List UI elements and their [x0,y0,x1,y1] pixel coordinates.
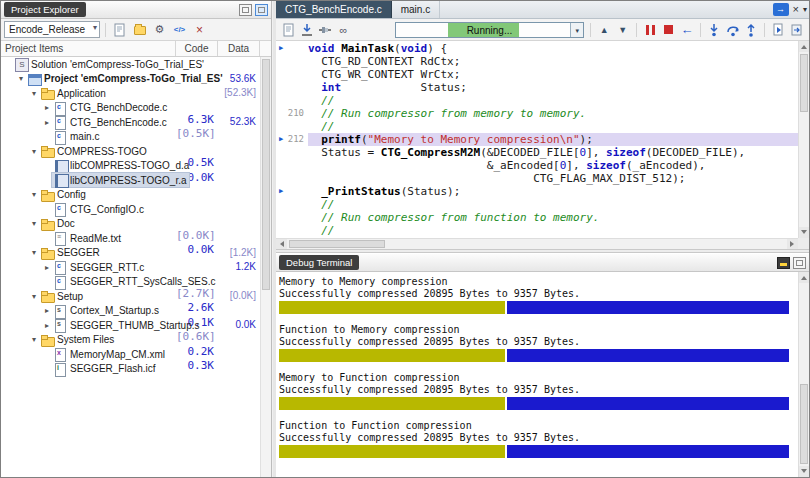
code-line[interactable]: // [276,224,798,237]
code-line[interactable]: // Run compressor from function to memor… [276,211,798,224]
download-to-target-icon[interactable] [299,22,313,38]
code-line[interactable]: CTG_FLAG_MAX_DIST_512); [276,172,798,185]
build-config-select[interactable]: Encode_Release ▾ [4,21,100,38]
scrollbar-thumb[interactable] [289,240,385,248]
tree-row[interactable]: libCOMPRESS-TOGO_r.a [1,173,271,188]
expand-arrow-icon[interactable]: ▸ [42,306,52,315]
editor-horizontal-scrollbar[interactable] [276,238,798,249]
float-panel-icon[interactable] [239,4,252,16]
tree-row[interactable]: libCOMPRESS-TOGO_d.a [1,159,271,174]
project-tree-scrollbar[interactable] [260,57,271,477]
code-line[interactable]: // [276,94,798,107]
tree-row[interactable]: SEGGER_RTT_SysCalls_SES.c0.1K [1,275,271,290]
collapse-arrow-icon[interactable]: ▾ [29,248,39,257]
tab-list-chevron-icon[interactable]: ▾ [803,5,807,14]
tree-row[interactable]: ▾SEGGER[2.7K][1.2K] [1,246,271,261]
collapse-arrow-icon[interactable]: ▾ [29,335,39,344]
gear-icon[interactable]: ⚙ [151,21,168,38]
tree-row[interactable]: ▾Config[0.0K] [1,188,271,203]
tree-row[interactable]: ▾Doc [1,217,271,232]
debug-status-combo[interactable]: Running... ▾ [395,22,584,38]
tree-row[interactable]: MemoryMap_CM.xml [1,347,271,362]
chevron-down-icon[interactable]: ▾ [570,23,583,37]
tree-row[interactable]: ▸CTG_BenchDecode.c [1,101,271,116]
expand-arrow-icon[interactable]: ▸ [42,321,52,330]
code-line[interactable]: &_aEncoded[0], sizeof(_aEncoded), [276,159,798,172]
tree-row[interactable]: ▸SEGGER_THUMB_Startup.s0.3K0.0K [1,318,271,333]
show-next-statement-button[interactable] [790,22,804,38]
connect-target-icon[interactable] [318,22,332,38]
collapse-arrow-icon[interactable]: ▾ [29,89,39,98]
rtt-viewer-icon[interactable]: ∞ [336,22,350,38]
file-icon[interactable] [281,22,295,38]
code-line[interactable]: 210 // Run compressor from memory to mem… [276,107,798,120]
tree-row[interactable]: SEGGER_Flash.icf [1,362,271,377]
tree-row[interactable]: ReadMe.txt [1,231,271,246]
open-folder-icon[interactable] [131,21,148,38]
tree-row[interactable]: CTG_ConfigIO.c0.0K [1,202,271,217]
expand-arrow-icon[interactable]: ▸ [42,263,52,272]
code-line[interactable]: int Status; [276,81,798,94]
tree-row[interactable]: ▸CTG_BenchEncode.c0.5K52.3K [1,115,271,130]
terminal-scrollbar[interactable] [798,272,809,477]
column-data[interactable]: Data [217,41,259,56]
go-down-icon[interactable]: ▼ [616,22,630,38]
tree-row[interactable]: Solution 'emCompress-ToGo_Trial_ES' [1,57,271,72]
step-into-button[interactable] [707,22,721,38]
collapse-arrow-icon[interactable]: ▾ [29,190,39,199]
clear-terminal-icon[interactable] [793,257,806,269]
code-line[interactable]: CTG_WR_CONTEXT WrCtx; [276,68,798,81]
scroll-down-icon[interactable] [799,466,809,477]
reset-button[interactable]: ← [680,22,694,38]
run-to-cursor-button[interactable] [771,22,785,38]
step-over-button[interactable] [725,22,739,38]
close-icon[interactable]: × [191,21,208,38]
code-icon[interactable]: </> [171,21,188,38]
scroll-up-icon[interactable] [799,272,809,283]
tree-row[interactable]: ▾COMPRESS-TOGO [1,144,271,159]
code-line[interactable]: ▶ _PrintStatus(Status); [276,185,798,198]
scroll-down-icon[interactable] [799,227,809,238]
go-up-icon[interactable]: ▲ [597,22,611,38]
terminal-settings-icon[interactable] [777,257,790,269]
stop-button[interactable] [661,22,675,38]
scrollbar-thumb[interactable] [262,59,270,290]
expand-arrow-icon[interactable]: ▸ [42,118,52,127]
pause-button[interactable] [643,22,657,38]
code-line[interactable]: Status = CTG_CompressM2M(&DECODED_FILE[0… [276,146,798,159]
new-file-icon[interactable] [111,21,128,38]
step-out-button[interactable] [744,22,758,38]
code-line[interactable]: // [276,120,798,133]
collapse-arrow-icon[interactable]: ▾ [29,292,39,301]
collapse-arrow-icon[interactable]: ▾ [29,219,39,228]
editor-vertical-scrollbar[interactable] [798,41,809,238]
close-tab-icon[interactable]: × [793,3,799,16]
dock-panel-icon[interactable] [255,4,268,16]
editor-tab[interactable]: CTG_BenchEncode.c [276,1,392,18]
scroll-up-icon[interactable] [799,41,809,52]
tree-row[interactable]: main.c0.0K [1,130,271,145]
tree-row[interactable]: ▾Application[0.5K][52.3K] [1,86,271,101]
scrollbar-thumb[interactable] [800,384,808,464]
scroll-left-icon[interactable] [276,239,287,249]
scroll-right-icon[interactable] [787,239,798,249]
editor-terminal-splitter[interactable] [276,249,809,253]
column-project-items[interactable]: Project Items [1,43,175,54]
expand-arrow-icon[interactable]: ▸ [42,103,52,112]
tree-row[interactable]: ▸SEGGER_RTT.c2.6K1.2K [1,260,271,275]
tree-row[interactable]: ▸Cortex_M_Startup.s0.2K [1,304,271,319]
goto-location-button[interactable]: → [773,3,789,16]
collapse-arrow-icon[interactable]: ▾ [29,147,39,156]
tree-row[interactable]: ▾Project 'emCompress-ToGo_Trial_ES'6.3K5… [1,72,271,87]
column-code[interactable]: Code [175,41,217,56]
tree-row[interactable]: ▾System Files [1,333,271,348]
code-line-current[interactable]: ▶212 printf("Memory to Memory compressio… [276,133,798,146]
tree-row[interactable]: ▾Setup[0.6K][0.0K] [1,289,271,304]
code-line[interactable]: CTG_RD_CONTEXT RdCtx; [276,55,798,68]
editor-tab[interactable]: main.c [392,1,440,18]
collapse-arrow-icon[interactable]: ▾ [16,74,26,83]
code-editor[interactable]: ▶void MainTask(void) { CTG_RD_CONTEXT Rd… [276,41,798,238]
code-line[interactable]: // [276,198,798,211]
scrollbar-thumb[interactable] [800,54,808,112]
code-line[interactable]: ▶void MainTask(void) { [276,42,798,55]
